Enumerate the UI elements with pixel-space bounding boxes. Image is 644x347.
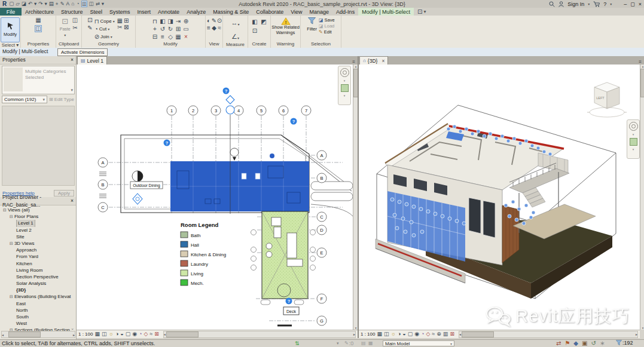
- join-button[interactable]: ⊘Join▾: [94, 33, 115, 41]
- browser-item-solar-analysis[interactable]: Solar Analysis: [0, 280, 76, 287]
- browser-item-level-1[interactable]: Level 1: [0, 220, 76, 226]
- design-options-icon[interactable]: ⚑: [564, 340, 570, 346]
- view-tool-icon[interactable]: ◐: [207, 18, 210, 24]
- section-icon[interactable]: ◔: [76, 1, 79, 7]
- tab-add-ins[interactable]: Add-Ins: [332, 8, 358, 16]
- temporary-view-properties-icon[interactable]: ≈: [149, 331, 152, 337]
- properties-palette-icon[interactable]: ▦: [35, 17, 41, 23]
- tab-annotate[interactable]: Annotate: [154, 8, 183, 16]
- project-browser-close-icon[interactable]: ×: [71, 197, 74, 205]
- cope-button[interactable]: ⊓Cope▾: [94, 17, 115, 25]
- selection-filter-status[interactable]: :192: [616, 340, 633, 346]
- hide-analytical-model-icon[interactable]: ⊠: [154, 331, 159, 337]
- cut-button[interactable]: ◔Cut▾: [94, 25, 115, 33]
- browser-item-level-2[interactable]: Level 2: [0, 227, 76, 234]
- new-icon[interactable]: ▢: [9, 1, 14, 7]
- view3d-navigation-bar[interactable]: ▾ ▾: [627, 119, 640, 159]
- delete-icon[interactable]: ×: [184, 34, 188, 40]
- view-tool-icon[interactable]: ⊙: [217, 18, 222, 24]
- modify-tool-icon[interactable]: ▭: [183, 26, 188, 32]
- filter-button[interactable]: Filter: [307, 17, 317, 32]
- modify-tool-icon[interactable]: +: [153, 26, 157, 32]
- level1-hscrollbar[interactable]: ◂▸: [163, 331, 356, 338]
- properties-grid[interactable]: [2, 106, 75, 186]
- modify-tool-icon[interactable]: ↻: [168, 26, 173, 32]
- minimize-button[interactable]: –: [624, 1, 627, 7]
- create-tool-icon[interactable]: ◧: [252, 19, 257, 25]
- shadows-icon[interactable]: ◑: [115, 331, 118, 337]
- tab-analyze[interactable]: Analyze: [183, 8, 209, 16]
- browser-item-3d-views[interactable]: ⊟3D Views: [0, 240, 76, 247]
- workset-caret-icon[interactable]: ▾: [337, 341, 339, 345]
- tab-systems[interactable]: Systems: [106, 8, 134, 16]
- split-face-icon[interactable]: ✂: [117, 24, 122, 30]
- selected-element-dot[interactable]: [270, 153, 274, 158]
- temporary-hide-isolate-icon[interactable]: ◔: [139, 331, 142, 337]
- properties-filter-select[interactable]: Common (192)▾: [2, 96, 47, 103]
- view3d-view-list-icon[interactable]: ≡: [636, 59, 644, 65]
- create-tool-icon[interactable]: ◩: [261, 19, 266, 25]
- sun-path-icon[interactable]: ☼: [391, 331, 396, 337]
- view3d-vscroll-thumb[interactable]: [640, 69, 644, 97]
- redo-icon[interactable]: ↷: [38, 1, 42, 7]
- level1-canvas[interactable]: Deck 1 2 3 4 5: [77, 65, 353, 330]
- level1-hscroll-thumb[interactable]: [166, 331, 199, 337]
- tab-structure[interactable]: Structure: [57, 8, 87, 16]
- undo-icon[interactable]: ↶: [28, 1, 32, 7]
- show-crop-icon[interactable]: ◉: [132, 331, 137, 337]
- panel-select-label[interactable]: Select ▾: [0, 42, 20, 48]
- hide-analytical-model-icon[interactable]: ⊠: [450, 331, 454, 337]
- modify-tool-icon[interactable]: ⊞: [176, 26, 181, 32]
- driveway-cars[interactable]: [311, 182, 353, 216]
- create-tool-icon[interactable]: ⊡: [252, 28, 257, 34]
- view3d-hscroll-thumb[interactable]: [462, 331, 494, 337]
- worksharing-display-icon[interactable]: ▥: [443, 331, 448, 337]
- browser-item-north[interactable]: North: [0, 307, 76, 314]
- open-icon[interactable]: ▱: [16, 1, 20, 7]
- view3d-vscrollbar[interactable]: ▴▾: [640, 65, 644, 330]
- browser-item-west[interactable]: West: [0, 320, 76, 327]
- tab-steel[interactable]: Steel: [87, 8, 106, 16]
- level1-navigation-bar[interactable]: ▾ ▾: [338, 66, 351, 105]
- view-tool-icon[interactable]: ≈: [218, 25, 221, 31]
- browser-item-section-perspective[interactable]: Section Perspective: [0, 274, 76, 280]
- level1-scale[interactable]: 1 : 100: [78, 331, 93, 337]
- detail-level-icon[interactable]: ▦: [94, 331, 100, 337]
- view-tab-3d[interactable]: ⌂ {3D} ×: [359, 56, 388, 65]
- sun-path-icon[interactable]: ☼: [109, 331, 114, 337]
- tree-scroll-down-icon[interactable]: ⌄: [71, 326, 74, 331]
- modify-tool-icon[interactable]: ◇: [168, 34, 173, 40]
- revit-logo[interactable]: R: [2, 1, 7, 7]
- demolish-hammer-icon[interactable]: ⊠: [124, 24, 129, 30]
- design-option-select[interactable]: Main Model▾: [383, 340, 454, 346]
- tab-manage[interactable]: Manage: [306, 8, 333, 16]
- reveal-hidden-icon[interactable]: ◇: [426, 331, 430, 337]
- show-crop-icon[interactable]: ◉: [414, 331, 419, 337]
- view3d-hscrollbar[interactable]: ◂▸: [459, 331, 638, 338]
- tag-icon[interactable]: ✎: [60, 1, 64, 7]
- default-3d-view-icon[interactable]: ⌂: [71, 1, 74, 7]
- tree-expander-icon[interactable]: ⊟: [10, 293, 13, 300]
- tab-modify-multi-select[interactable]: Modify | Multi-Select: [358, 8, 414, 16]
- demolish-icon[interactable]: ✎: [87, 25, 92, 31]
- load-selection-button[interactable]: ◪Load: [319, 23, 335, 29]
- visual-style-icon[interactable]: ◫: [384, 331, 389, 337]
- ribbon-display-toggle[interactable]: ⊡▾: [414, 8, 429, 16]
- properties-close-icon[interactable]: ×: [71, 56, 74, 64]
- steering-wheel-icon[interactable]: [629, 122, 638, 131]
- tree-expander-icon[interactable]: ⊟: [10, 240, 13, 247]
- browser-hscroll-thumb[interactable]: [8, 331, 41, 337]
- modify-tool-icon[interactable]: ▦: [175, 34, 181, 40]
- help-caret-icon[interactable]: ▾: [610, 2, 612, 6]
- addin-status-icon[interactable]: ⇅: [295, 341, 300, 346]
- zoom-icon[interactable]: [341, 84, 349, 92]
- view-tool-icon[interactable]: ≡: [207, 25, 210, 31]
- help-button[interactable]: ?: [603, 1, 606, 7]
- text-icon[interactable]: A: [66, 1, 70, 7]
- tree-expander-icon[interactable]: ⊟: [10, 213, 13, 220]
- redo-caret-icon[interactable]: ▾: [44, 1, 47, 7]
- reset-icon[interactable]: ↺: [591, 340, 596, 346]
- family-types-icon[interactable]: ◫: [35, 25, 41, 32]
- customize-qat-icon[interactable]: ▾: [102, 1, 104, 7]
- measure-angle-button[interactable]: ∠▾: [231, 31, 239, 42]
